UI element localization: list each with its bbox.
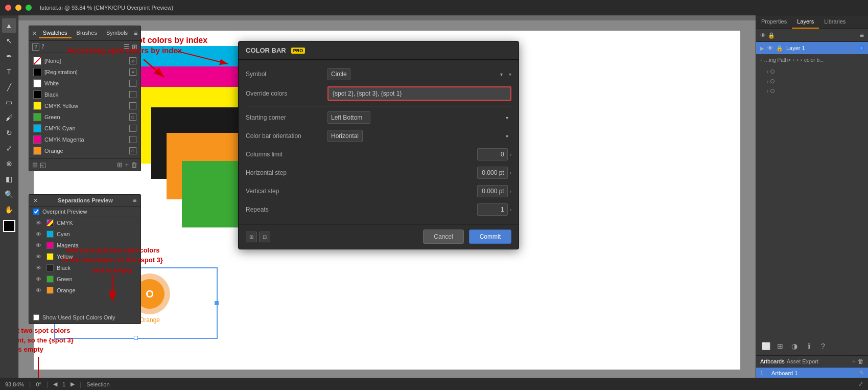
overprint-checkbox[interactable] bbox=[33, 209, 39, 215]
eye-layer-icon: 👁 bbox=[767, 45, 773, 51]
h-step-arrow-right[interactable]: › bbox=[510, 170, 511, 176]
tab-layers[interactable]: Layers bbox=[792, 15, 819, 29]
sep-close-button[interactable]: ✕ bbox=[33, 197, 38, 204]
columns-input[interactable] bbox=[477, 148, 508, 160]
pen-tool[interactable]: ✒ bbox=[2, 49, 16, 63]
blend-tool[interactable]: ⊗ bbox=[2, 156, 16, 171]
fill-stroke-indicator[interactable] bbox=[3, 220, 15, 232]
layer-item-1: › bbox=[760, 67, 864, 76]
swatch-item-cmyk-magenta[interactable]: CMYK Magenta bbox=[29, 134, 140, 145]
fit-page-btn[interactable]: ⤢ bbox=[858, 381, 863, 387]
sep-eye-orange[interactable]: 👁 bbox=[36, 287, 41, 293]
tab-symbols[interactable]: Symbols bbox=[102, 28, 132, 38]
artboard-edit-btn[interactable]: ✎ bbox=[859, 370, 864, 376]
columns-arrow-right[interactable]: › bbox=[510, 152, 511, 157]
scale-tool[interactable]: ⤢ bbox=[2, 141, 16, 155]
orientation-label: Color bar orientation bbox=[246, 132, 327, 140]
swatch-color-guide-btn[interactable]: ◱ bbox=[40, 161, 46, 169]
cancel-button[interactable]: Cancel bbox=[423, 230, 463, 244]
layer-expand-arrow[interactable]: ▶ bbox=[760, 45, 764, 51]
sep-eye-cyan[interactable]: 👁 bbox=[36, 231, 41, 237]
tab-artboards[interactable]: Artboards bbox=[760, 358, 785, 364]
swatch-cyan-type bbox=[129, 125, 136, 132]
sep-eye-green[interactable]: 👁 bbox=[36, 276, 41, 282]
right-panel: Properties Layers Libraries 👁 🔒 ≡ ▶ 👁 🔒 … bbox=[756, 15, 868, 390]
swatch-new-btn[interactable]: + bbox=[125, 161, 129, 169]
starting-corner-label: Starting corner bbox=[246, 114, 327, 121]
tab-libraries[interactable]: Libraries bbox=[819, 15, 851, 29]
layer-small-items: › › › bbox=[756, 66, 868, 97]
prop-align-btn[interactable]: ⊞ bbox=[775, 340, 786, 352]
starting-corner-select[interactable]: Left Bottom Left Top Right Bottom Right … bbox=[327, 111, 370, 124]
brush-tool[interactable]: 🖌 bbox=[2, 110, 16, 125]
prev-page-btn[interactable]: ◀ bbox=[53, 381, 57, 387]
dialog-footer: ⊞ ⊡ Cancel Commit bbox=[239, 224, 519, 249]
swatches-footer: ⊞ ◱ ⊞ + 🗑 bbox=[29, 158, 140, 171]
dialog-row-v-step: Vertical step › bbox=[239, 182, 519, 200]
tab-properties[interactable]: Properties bbox=[756, 15, 792, 29]
sep-eye-black[interactable]: 👁 bbox=[36, 265, 41, 271]
dialog-icon-btn-2[interactable]: ⊡ bbox=[259, 232, 270, 242]
tab-asset-export[interactable]: Asset Export bbox=[787, 358, 818, 364]
dialog-title: COLOR BAR bbox=[246, 47, 286, 54]
next-page-btn[interactable]: ▶ bbox=[71, 381, 75, 387]
dialog-icon-btn-1[interactable]: ⊞ bbox=[246, 232, 257, 242]
arrow-svg-2 bbox=[102, 275, 123, 306]
sep-color-green bbox=[46, 276, 54, 283]
line-tool[interactable]: ╱ bbox=[2, 80, 16, 94]
hand-tool[interactable]: ✋ bbox=[2, 202, 16, 217]
maximize-button[interactable] bbox=[26, 5, 32, 11]
minimize-button[interactable] bbox=[15, 5, 21, 11]
v-step-arrow-right[interactable]: › bbox=[510, 189, 511, 194]
swatches-menu-button[interactable]: ≡ bbox=[134, 30, 137, 37]
swatch-layer-btn[interactable]: ⊞ bbox=[32, 161, 38, 169]
override-colors-input[interactable] bbox=[327, 86, 511, 101]
swatch-delete-btn[interactable]: 🗑 bbox=[131, 161, 137, 169]
swatch-item-cmyk-cyan[interactable]: CMYK Cyan bbox=[29, 123, 140, 134]
prop-pathfinder-btn[interactable]: ◑ bbox=[789, 340, 800, 352]
orientation-select[interactable]: Horizontal Vertical bbox=[327, 130, 363, 142]
annotation-note-block: There are just two spot colors in the do… bbox=[62, 245, 163, 306]
swatch-item-orange[interactable]: Orange ◻ bbox=[29, 145, 140, 156]
artboards-tabs: Artboards Asset Export bbox=[760, 358, 818, 364]
swatch-item-black[interactable]: Black bbox=[29, 89, 140, 100]
layer-1-row[interactable]: ▶ 👁 🔒 Layer 1 bbox=[756, 42, 868, 54]
h-step-input[interactable] bbox=[477, 167, 508, 179]
direct-select-tool[interactable]: ↖ bbox=[2, 34, 16, 48]
commit-button[interactable]: Commit bbox=[469, 230, 511, 244]
annotation-heading: Accessing spot colors by index bbox=[67, 46, 182, 55]
zoom-tool[interactable]: 🔍 bbox=[2, 187, 16, 201]
prop-help-btn[interactable]: ? bbox=[817, 340, 829, 352]
repeats-arrow-right[interactable]: › bbox=[510, 207, 511, 213]
swatch-green-type: ◻ bbox=[129, 113, 136, 121]
tab-swatches[interactable]: Swatches bbox=[39, 28, 72, 38]
tab-brushes[interactable]: Brushes bbox=[73, 28, 101, 38]
v-step-input[interactable] bbox=[477, 185, 508, 197]
sep-eye-magenta[interactable]: 👁 bbox=[36, 242, 41, 248]
rect-tool[interactable]: ▭ bbox=[2, 95, 16, 109]
prop-transform-btn[interactable]: ⬜ bbox=[760, 340, 771, 352]
swatch-lib-btn[interactable]: ⊞ bbox=[117, 161, 123, 169]
swatch-item-green[interactable]: Green ◻ bbox=[29, 111, 140, 123]
annotation-text-block: Accessing spot colors by index bbox=[67, 46, 182, 82]
symbol-label: Symbol bbox=[246, 71, 327, 78]
gradient-tool[interactable]: ◧ bbox=[2, 172, 16, 186]
sep-menu-btn[interactable]: ≡ bbox=[133, 197, 136, 204]
select-tool[interactable]: ▲ bbox=[2, 18, 16, 33]
artboard-delete-btn[interactable]: 🗑 bbox=[858, 358, 864, 365]
used-spot-colors-checkbox[interactable] bbox=[33, 314, 39, 320]
swatches-close-button[interactable]: ✕ bbox=[32, 30, 37, 37]
type-tool[interactable]: T bbox=[2, 64, 16, 79]
swatch-magenta-type bbox=[129, 136, 136, 143]
sep-eye-yellow[interactable]: 👁 bbox=[36, 254, 41, 260]
annotation-arrow-1 bbox=[177, 46, 238, 66]
prop-info-btn[interactable]: ℹ bbox=[803, 340, 814, 352]
sep-eye-cmyk[interactable]: 👁 bbox=[36, 220, 41, 226]
rotate-tool[interactable]: ↻ bbox=[2, 126, 16, 140]
layer-options-icon: ≡ bbox=[860, 31, 864, 39]
symbol-select[interactable]: Circle bbox=[327, 68, 350, 80]
repeats-input[interactable] bbox=[477, 203, 508, 216]
swatch-item-cmyk-yellow[interactable]: CMYK Yellow bbox=[29, 100, 140, 111]
close-button[interactable] bbox=[5, 5, 11, 11]
artboard-add-btn[interactable]: + bbox=[852, 358, 856, 365]
